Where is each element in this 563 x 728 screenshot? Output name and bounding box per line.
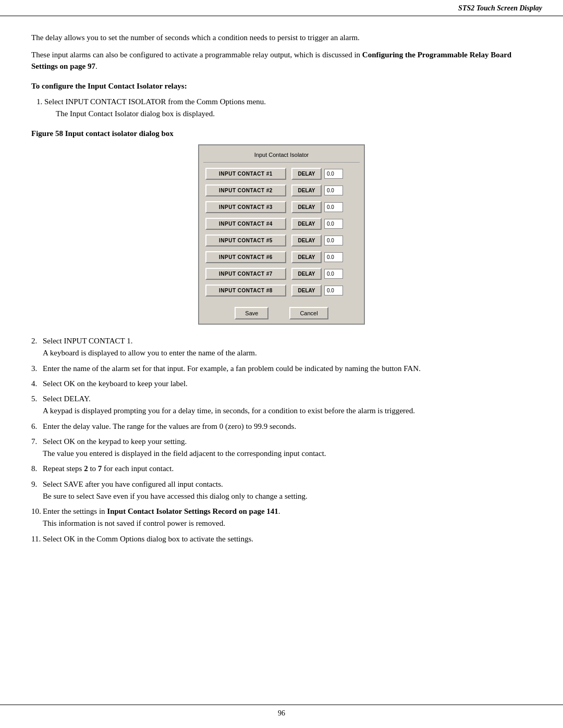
step-5-text: Select DELAY. [43,394,91,403]
contact-button-1[interactable]: INPUT CONTACT #1 [205,168,286,180]
step-5-item: 5. Select DELAY. A keypad is displayed p… [31,393,532,417]
step-4-content: Select OK on the keyboard to keep your l… [43,378,188,390]
step-10-num: 10. [31,505,43,517]
delay-button-2[interactable]: DELAY [291,184,322,196]
delay-button-7[interactable]: DELAY [291,268,322,280]
dialog-title-bar: Input Contact Isolator [203,150,360,163]
section-heading: To configure the Input Contact Isolator … [31,82,532,91]
step-8-content: Repeat steps 2 to 7 for each input conta… [43,463,174,475]
step-7-content: Select OK on the keypad to keep your set… [43,436,326,460]
delay-button-1[interactable]: DELAY [291,168,322,180]
step-6-content: Enter the delay value. The range for the… [43,421,296,433]
step-4-num: 4. [31,378,43,390]
intro-para2-start: These input alarms can also be configure… [31,51,362,59]
step-10-item: 10. Enter the settings in Input Contact … [31,505,532,530]
contact-button-2[interactable]: INPUT CONTACT #2 [205,184,286,196]
step-7-text: Select OK on the keypad to keep your set… [43,437,187,446]
step-10-content: Enter the settings in Input Contact Isol… [43,505,280,530]
step-10-sub: This information is not saved if control… [43,519,225,527]
contact-button-5[interactable]: INPUT CONTACT #5 [205,235,286,246]
cancel-button[interactable]: Cancel [289,307,328,319]
intro-para2-end: . [95,62,97,70]
step-5-num: 5. [31,393,43,405]
delay-value-5: 0.0 [324,236,343,245]
step-9-num: 9. [31,478,43,490]
step-7-num: 7. [31,436,43,448]
dialog-row-3: INPUT CONTACT #3 DELAY 0.0 [203,200,360,214]
intro-para2: These input alarms can also be configure… [31,49,532,72]
step-11-content: Select OK in the Comm Options dialog box… [43,533,253,545]
dialog-footer: Save Cancel [203,303,360,319]
dialog-row-6: INPUT CONTACT #6 DELAY 0.0 [203,250,360,264]
step-8-num: 8. [31,463,43,475]
header-bar: STS2 Touch Screen Display [0,0,563,16]
contact-button-4[interactable]: INPUT CONTACT #4 [205,218,286,230]
step-2-sub: A keyboard is displayed to allow you to … [43,349,257,357]
step-9-content: Select SAVE after you have configured al… [43,478,308,503]
delay-button-6[interactable]: DELAY [291,251,322,263]
step-6-num: 6. [31,421,43,433]
page-number: 96 [278,709,285,718]
dialog-row-5: INPUT CONTACT #5 DELAY 0.0 [203,233,360,248]
step-9-sub: Be sure to select Save even if you have … [43,492,308,500]
step-2-item: 2. Select INPUT CONTACT 1. A keyboard is… [31,335,532,360]
dialog-row-2: INPUT CONTACT #2 DELAY 0.0 [203,183,360,198]
delay-value-4: 0.0 [324,219,343,229]
step-8-item: 8. Repeat steps 2 to 7 for each input co… [31,463,532,475]
step-8-text-end: for each input contact. [102,464,174,473]
step-5-sub: A keypad is displayed prompting you for … [43,406,415,415]
step-9-text: Select SAVE after you have configured al… [43,480,223,488]
page-container: STS2 Touch Screen Display The delay allo… [0,0,563,728]
step-8-bold1: 2 [84,464,88,473]
contact-button-7[interactable]: INPUT CONTACT #7 [205,268,286,280]
dialog-row-7: INPUT CONTACT #7 DELAY 0.0 [203,267,360,281]
delay-value-8: 0.0 [324,286,343,295]
step-11-item: 11. Select OK in the Comm Options dialog… [31,533,532,545]
step-9-item: 9. Select SAVE after you have configured… [31,478,532,503]
content-area: The delay allows you to set the number o… [0,16,563,583]
step-2-text: Select INPUT CONTACT 1. [43,337,132,345]
dialog-box: Input Contact Isolator INPUT CONTACT #1 … [198,144,365,325]
step-8-text-start: Repeat steps [43,464,84,473]
step-10-text-start: Enter the settings in [43,507,107,515]
step-2-content: Select INPUT CONTACT 1. A keyboard is di… [43,335,257,360]
delay-button-3[interactable]: DELAY [291,201,322,213]
delay-value-3: 0.0 [324,202,343,212]
delay-button-8[interactable]: DELAY [291,285,322,297]
step-2-num: 2. [31,335,43,347]
delay-value-6: 0.0 [324,252,343,262]
step-1-sub: The Input Contact Isolator dialog box is… [56,109,215,118]
step-7-item: 7. Select OK on the keypad to keep your … [31,436,532,460]
initial-steps-list: Select INPUT CONTACT ISOLATOR from the C… [31,96,532,120]
dialog-row-8: INPUT CONTACT #8 DELAY 0.0 [203,283,360,298]
step-5-content: Select DELAY. A keypad is displayed prom… [43,393,415,417]
step-7-sub: The value you entered is displayed in th… [43,449,326,458]
dialog-row-4: INPUT CONTACT #4 DELAY 0.0 [203,217,360,231]
step-1: Select INPUT CONTACT ISOLATOR from the C… [44,96,532,120]
contact-button-6[interactable]: INPUT CONTACT #6 [205,251,286,263]
figure-caption: Figure 58 Input contact isolator dialog … [31,129,532,138]
contact-button-8[interactable]: INPUT CONTACT #8 [205,285,286,297]
steps-section: 2. Select INPUT CONTACT 1. A keyboard is… [31,335,532,545]
footer-bar: 96 [0,705,563,718]
contact-button-3[interactable]: INPUT CONTACT #3 [205,201,286,213]
step-10-bold: Input Contact Isolator Settings Record o… [107,507,278,515]
step-1-text: Select INPUT CONTACT ISOLATOR from the C… [44,97,266,106]
step-11-text: Select OK in the Comm Options dialog box… [43,535,253,543]
step-4-text: Select OK on the keyboard to keep your l… [43,379,188,388]
step-3-text: Enter the name of the alarm set for that… [43,364,421,373]
step-11-num: 11. [31,533,43,545]
dialog-row-1: INPUT CONTACT #1 DELAY 0.0 [203,167,360,181]
intro-para1: The delay allows you to set the number o… [31,32,532,44]
save-button[interactable]: Save [235,307,268,319]
step-6-text: Enter the delay value. The range for the… [43,422,296,430]
delay-value-2: 0.0 [324,186,343,195]
step-10-text-end: . [278,507,280,515]
step-6-item: 6. Enter the delay value. The range for … [31,421,532,433]
header-title: STS2 Touch Screen Display [458,4,542,13]
step-4-item: 4. Select OK on the keyboard to keep you… [31,378,532,390]
delay-value-1: 0.0 [324,169,343,179]
step-3-num: 3. [31,363,43,375]
delay-button-4[interactable]: DELAY [291,218,322,230]
delay-button-5[interactable]: DELAY [291,235,322,246]
